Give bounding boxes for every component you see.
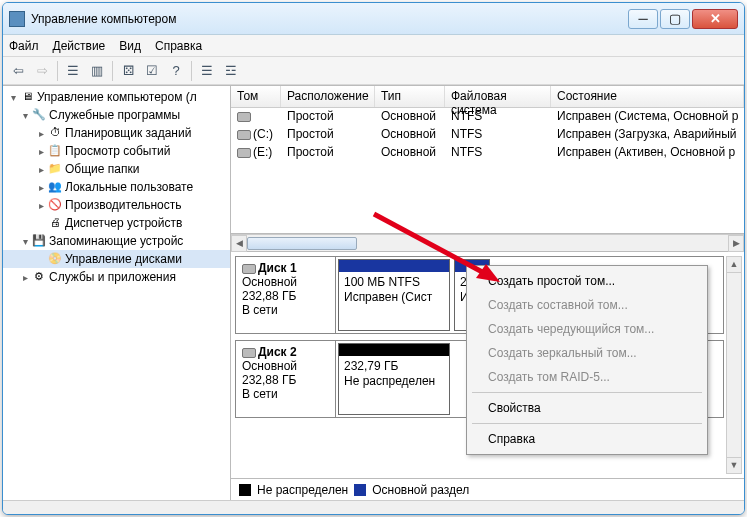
volume-list[interactable]: Том Расположение Тип Файловая система Со… [231,86,744,234]
context-menu: Создать простой том... Создать составной… [466,265,708,455]
volume-icon [237,112,251,122]
menu-new-mirrored-volume: Создать зеркальный том... [470,341,704,365]
disk-header[interactable]: Диск 1 Основной232,88 ГБВ сети [236,257,336,333]
tree-local-users[interactable]: ▸👥Локальные пользовате [3,178,230,196]
refresh-button[interactable]: ⚄ [117,60,139,82]
tree-event-viewer[interactable]: ▸📋Просмотр событий [3,142,230,160]
app-icon [9,11,25,27]
disk-icon [242,264,256,274]
disk-icon [242,348,256,358]
tree-task-scheduler[interactable]: ▸⏱Планировщик заданий [3,124,230,142]
legend-label-unallocated: Не распределен [257,483,348,497]
scroll-up-icon[interactable]: ▲ [727,257,741,273]
tree-device-manager[interactable]: 🖨Диспетчер устройств [3,214,230,232]
minimize-button[interactable]: ─ [628,9,658,29]
titlebar[interactable]: Управление компьютером ─ ▢ ✕ [3,3,744,35]
toolbar: ⇦ ⇨ ☰ ▥ ⚄ ☑ ? ☰ ☲ [3,57,744,85]
menu-help[interactable]: Справка [470,427,704,451]
menu-new-striped-volume: Создать чередующийся том... [470,317,704,341]
volume-hscrollbar[interactable]: ◀ ▶ [231,234,744,252]
partition[interactable]: 100 МБ NTFSИсправен (Сист [338,259,450,331]
action-1-button[interactable]: ☰ [196,60,218,82]
menu-help[interactable]: Справка [155,39,202,53]
menu-view[interactable]: Вид [119,39,141,53]
tree-disk-management[interactable]: 📀Управление дисками [3,250,230,268]
scroll-down-icon[interactable]: ▼ [727,457,741,473]
tree-storage[interactable]: ▾💾Запоминающие устройс [3,232,230,250]
col-status[interactable]: Состояние [551,86,744,107]
partition-bar [339,344,449,356]
scroll-thumb[interactable] [247,237,357,250]
maximize-button[interactable]: ▢ [660,9,690,29]
window-title: Управление компьютером [31,12,628,26]
menu-properties[interactable]: Свойства [470,396,704,420]
legend-label-primary: Основной раздел [372,483,469,497]
statusbar [3,500,744,514]
properties-button[interactable]: ☑ [141,60,163,82]
console-tree[interactable]: ▾🖥Управление компьютером (л ▾🔧Служебные … [3,86,231,500]
menu-file[interactable]: Файл [9,39,39,53]
legend-swatch-unallocated [239,484,251,496]
disk-vscrollbar[interactable]: ▲ ▼ [726,256,742,474]
back-button[interactable]: ⇦ [7,60,29,82]
forward-button[interactable]: ⇨ [31,60,53,82]
help-icon[interactable]: ? [165,60,187,82]
menu-action[interactable]: Действие [53,39,106,53]
tree-shared-folders[interactable]: ▸📁Общие папки [3,160,230,178]
menu-new-spanned-volume: Создать составной том... [470,293,704,317]
partition-unallocated[interactable]: 232,79 ГБНе распределен [338,343,450,415]
close-button[interactable]: ✕ [692,9,738,29]
volume-row[interactable]: (C:) ПростойОсновнойNTFSИсправен (Загруз… [231,126,744,144]
volume-row[interactable]: (E:) ПростойОсновнойNTFSИсправен (Активе… [231,144,744,162]
menu-separator [472,423,702,424]
legend: Не распределен Основной раздел [231,478,744,500]
tree-system-tools[interactable]: ▾🔧Служебные программы [3,106,230,124]
col-type[interactable]: Тип [375,86,445,107]
scroll-left-icon[interactable]: ◀ [231,235,247,252]
volume-icon [237,130,251,140]
action-2-button[interactable]: ☲ [220,60,242,82]
show-hide-tree-button[interactable]: ▥ [86,60,108,82]
menu-new-simple-volume[interactable]: Создать простой том... [470,269,704,293]
scroll-right-icon[interactable]: ▶ [728,235,744,252]
up-button[interactable]: ☰ [62,60,84,82]
tree-performance[interactable]: ▸🚫Производительность [3,196,230,214]
volume-header[interactable]: Том Расположение Тип Файловая система Со… [231,86,744,108]
tree-services-apps[interactable]: ▸⚙Службы и приложения [3,268,230,286]
menubar: Файл Действие Вид Справка [3,35,744,57]
partition-bar [339,260,449,272]
menu-separator [472,392,702,393]
volume-row[interactable]: ПростойОсновнойNTFSИсправен (Система, Ос… [231,108,744,126]
col-fs[interactable]: Файловая система [445,86,551,107]
col-volume[interactable]: Том [231,86,281,107]
menu-new-raid5-volume: Создать том RAID-5... [470,365,704,389]
tree-root[interactable]: ▾🖥Управление компьютером (л [3,88,230,106]
legend-swatch-primary [354,484,366,496]
disk-header[interactable]: Диск 2 Основной232,88 ГБВ сети [236,341,336,417]
volume-icon [237,148,251,158]
col-layout[interactable]: Расположение [281,86,375,107]
